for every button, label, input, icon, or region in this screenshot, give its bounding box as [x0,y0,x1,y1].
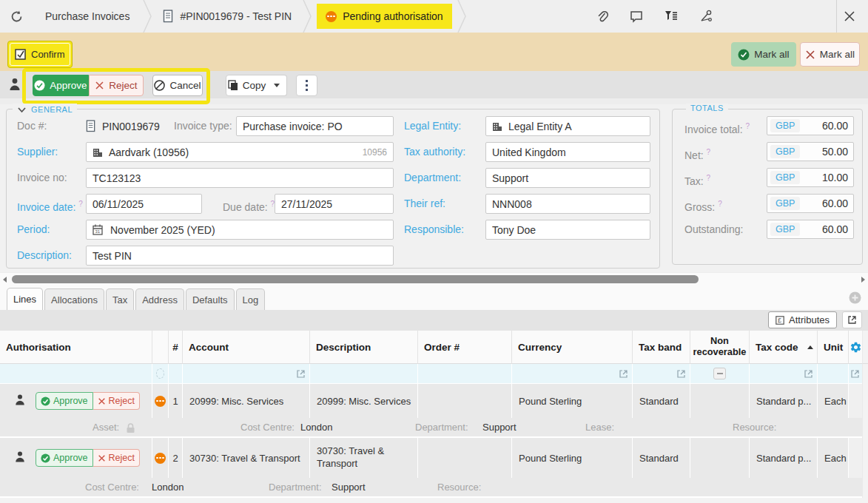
col-account[interactable]: Account [183,331,310,364]
col-settings[interactable] [849,331,862,364]
filter-status[interactable] [152,364,169,384]
col-description[interactable]: Description [310,331,418,364]
filter-tax-band[interactable] [633,364,690,384]
tab-log[interactable]: Log [236,288,266,310]
legal-entity-field[interactable]: Legal Entity A [485,116,650,136]
scroll-left-arrow[interactable] [3,277,7,283]
refresh-button[interactable] [0,10,33,24]
row-non-recoverable[interactable] [690,384,750,418]
filter-authorisation[interactable] [0,364,152,384]
invoice-type-field[interactable]: Purchase invoice: PO [236,116,394,136]
vertical-scrollbar-track[interactable] [862,384,868,418]
lookup-icon[interactable] [850,369,860,379]
vertical-scrollbar-track[interactable] [862,331,868,364]
filter-icon[interactable] [665,10,678,23]
filter-account[interactable] [183,364,310,384]
period-field[interactable]: 31 November 2025 (YED) [86,220,394,240]
breadcrumb-document[interactable]: #PIN0019679 - Test PIN [152,0,302,33]
breadcrumb-purchase-invoices[interactable]: Purchase Invoices [33,0,142,33]
vertical-scrollbar-track[interactable] [862,478,868,498]
indeterminate-checkbox[interactable] [713,368,726,379]
add-tab-icon[interactable] [849,291,861,307]
copy-button[interactable]: Copy [226,75,268,96]
filter-order[interactable] [418,364,512,384]
copy-dropdown-button[interactable] [267,75,287,96]
vertical-scrollbar-track[interactable] [862,438,868,478]
filter-non-recoverable[interactable] [690,364,750,384]
row-reject-button[interactable]: Reject [93,449,140,467]
col-authorisation[interactable]: Authorisation [0,331,152,364]
row-currency[interactable]: Pound Sterling [512,384,633,418]
share-icon[interactable] [699,10,713,23]
col-tax-band[interactable]: Tax band [633,331,690,364]
mark-all-approve-button[interactable]: Mark all [731,42,796,67]
row-description[interactable]: 20999: Misc. Services [310,384,418,418]
horizontal-scrollbar[interactable] [0,272,868,286]
scroll-right-arrow[interactable] [861,277,865,283]
lookup-icon[interactable] [676,369,686,379]
approve-button[interactable]: Approve [33,75,89,96]
cancel-button[interactable]: Cancel [152,75,203,96]
row-tax-band[interactable]: Standard [633,384,690,418]
vertical-scrollbar-track[interactable] [862,418,868,438]
their-ref-field[interactable]: NNN008 [485,194,650,214]
filter-settings[interactable] [849,364,862,384]
invoice-total-field[interactable]: GBP60.00 [767,116,854,135]
reject-button[interactable]: Reject [89,75,144,96]
row-account[interactable]: 30730: Travel & Transport [183,438,310,478]
row-tax-band[interactable]: Standard [633,438,690,478]
tab-address[interactable]: Address [135,288,184,310]
vertical-scrollbar-track[interactable] [862,364,868,384]
row-currency[interactable]: Pound Sterling [512,438,633,478]
row-order[interactable] [418,438,512,478]
filter-num[interactable] [169,364,183,384]
lookup-icon[interactable] [619,369,628,379]
filter-unit[interactable] [818,364,849,384]
mark-all-reject-button[interactable]: Mark all [800,42,860,67]
row-order[interactable] [418,384,512,418]
col-num[interactable]: # [169,331,183,364]
col-tax-code[interactable]: Tax code [750,331,818,364]
gross-field[interactable]: GBP60.00 [767,194,854,213]
gear-icon[interactable] [850,341,862,354]
invoice-no-field[interactable]: TC123123 [86,168,394,188]
attachment-icon[interactable] [595,10,608,23]
close-button[interactable] [837,0,862,33]
scrollbar-thumb[interactable] [12,275,699,283]
row-account[interactable]: 20999: Misc. Services [183,384,310,418]
row-approve-button[interactable]: Approve [36,449,93,467]
responsible-field[interactable]: Tony Doe [485,220,650,240]
tab-lines[interactable]: Lines [7,288,43,310]
col-currency[interactable]: Currency [512,331,633,364]
tab-tax[interactable]: Tax [106,288,134,310]
expand-grid-button[interactable] [842,311,862,328]
attributes-button[interactable]: £ Attributes [768,311,837,328]
confirm-button[interactable]: Confirm [7,41,73,68]
filter-currency[interactable] [512,364,633,384]
filter-tax-code[interactable] [750,364,818,384]
row-unit[interactable]: Each [818,438,849,478]
tab-defaults[interactable]: Defaults [186,288,235,310]
net-field[interactable]: GBP50.00 [767,142,854,161]
supplier-field[interactable]: Aardvark (10956) 10956 [86,142,394,162]
tax-authority-field[interactable]: United Kingdom [485,142,650,162]
row-description[interactable]: 30730: Travel & Transport [310,438,418,478]
row-unit[interactable]: Each [818,384,849,418]
row-tax-code[interactable]: Standard p... [750,384,818,418]
comment-icon[interactable] [630,10,643,23]
row-non-recoverable[interactable] [690,438,750,478]
lookup-icon[interactable] [804,369,813,379]
col-unit[interactable]: Unit [818,331,849,364]
row-reject-button[interactable]: Reject [93,392,140,410]
row-approve-button[interactable]: Approve [36,392,93,410]
department-field[interactable]: Support [485,168,650,188]
description-field[interactable]: Test PIN [86,246,394,266]
collapse-chevron-icon[interactable] [17,105,27,115]
breadcrumb-status-pending-authorisation[interactable]: Pending authorisation [317,4,451,29]
invoice-date-field[interactable]: 06/11/2025 [86,194,202,214]
more-actions-button[interactable] [296,75,317,96]
filter-description[interactable] [310,364,418,384]
outstanding-field[interactable]: GBP60.00 [767,220,854,239]
col-non-recoverable[interactable]: Non recoverable [690,331,750,364]
row-tax-code[interactable]: Standard p... [750,438,818,478]
